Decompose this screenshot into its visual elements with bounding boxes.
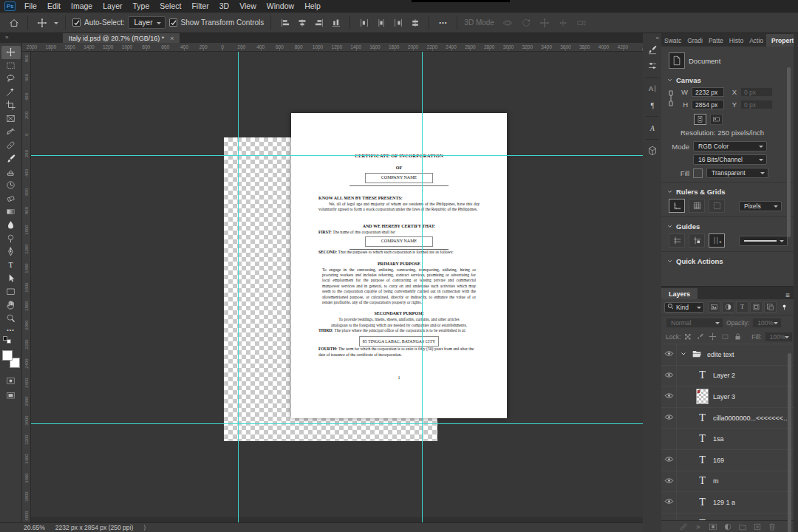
portrait-orientation-button[interactable] (694, 114, 706, 125)
menu-edit[interactable]: Edit (42, 0, 66, 13)
color-swatches[interactable] (1, 349, 21, 369)
visibility-toggle[interactable] (661, 471, 677, 492)
menu-filter[interactable]: Filter (186, 0, 214, 13)
chevron-down-icon[interactable] (681, 350, 686, 358)
layer-name[interactable]: 169 (713, 457, 724, 464)
pen-tool[interactable] (1, 245, 21, 259)
menu-view[interactable]: View (234, 0, 262, 13)
menu-layer[interactable]: Layer (98, 0, 127, 13)
marquee-tool[interactable] (1, 59, 21, 72)
layer-row-129-1-a[interactable]: T129 1 a (661, 492, 794, 514)
menu-type[interactable]: Type (127, 0, 154, 13)
toggle-grid-button[interactable] (689, 199, 705, 213)
layer-row-layer-2[interactable]: TLayer 2 (661, 366, 794, 387)
layers-panel-menu-icon[interactable]: ≡ (785, 291, 790, 299)
guide-style-dropdown[interactable] (739, 236, 788, 246)
opacity-dropdown[interactable]: 100% (752, 318, 782, 328)
dist-center-h-icon[interactable] (374, 16, 388, 29)
filter-kind-dropdown[interactable]: Kind (664, 302, 704, 313)
toggle-guides-button[interactable] (669, 233, 685, 248)
layer-name[interactable]: 1sa (713, 435, 724, 443)
layer-row-m[interactable]: Tm (661, 471, 794, 493)
landscape-orientation-button[interactable] (710, 114, 723, 125)
filter-image-icon[interactable] (708, 301, 720, 313)
gradient-tool[interactable] (1, 205, 21, 219)
guide-vertical[interactable] (422, 52, 423, 522)
dodge-tool[interactable] (1, 232, 21, 245)
units-dropdown[interactable]: Pixels (739, 201, 782, 211)
new-layer-icon[interactable] (752, 522, 763, 532)
rulers-grids-section-header[interactable]: Rulers & Grids (661, 184, 794, 199)
y-input[interactable]: 0 px (740, 100, 773, 109)
path-selection-tool[interactable] (1, 272, 21, 285)
auto-select-target-dropdown[interactable]: Layer (128, 16, 165, 29)
width-input[interactable]: 2232 px (692, 87, 724, 97)
layer-name[interactable]: Layer 2 (713, 372, 735, 379)
height-input[interactable]: 2854 px (692, 100, 724, 109)
toggle-pixel-grid-button[interactable] (709, 199, 725, 213)
chevron-down-icon[interactable] (54, 22, 58, 27)
visibility-toggle[interactable] (661, 366, 677, 386)
filter-pin-icon[interactable] (778, 301, 791, 313)
filter-type-icon[interactable]: T (736, 301, 748, 313)
zoom-level[interactable]: 20.65% (24, 524, 45, 531)
lock-transparency-icon[interactable] (683, 332, 692, 341)
layer-effects-icon[interactable]: fx (693, 522, 703, 532)
status-chevron-icon[interactable]: ⟩ (143, 524, 146, 531)
lock-position-icon[interactable] (709, 332, 717, 341)
layer-name[interactable]: 129 1 a (713, 499, 735, 506)
slide-3d-icon[interactable] (556, 16, 570, 29)
color-mode-dropdown[interactable]: RGB Color (693, 141, 767, 151)
menu-select[interactable]: Select (154, 0, 186, 13)
document-page[interactable]: CERTIFICATE OF INCORPORATION OF COMPANY … (291, 113, 507, 418)
visibility-toggle[interactable] (661, 429, 677, 449)
blend-mode-dropdown[interactable]: Normal (666, 318, 723, 328)
dist-right-icon[interactable] (391, 16, 405, 29)
eyedropper-tool[interactable] (1, 126, 21, 139)
show-transform-checkbox[interactable] (169, 18, 177, 27)
character-panel-icon[interactable]: A (645, 81, 660, 96)
visibility-toggle[interactable] (661, 344, 677, 365)
vertical-ruler[interactable]: 8006004002000200400600800100012001400160… (22, 52, 31, 522)
roll-3d-icon[interactable] (519, 16, 533, 29)
layer-mask-icon[interactable] (708, 522, 718, 532)
foreground-color-swatch[interactable] (2, 350, 13, 361)
hand-tool[interactable] (1, 299, 21, 312)
glyphs-panel-icon[interactable]: A (645, 120, 660, 135)
lock-artboard-icon[interactable] (721, 332, 730, 341)
layer-name[interactable]: Layer 3 (713, 393, 735, 400)
layer-row-cilla0000000-0-d[interactable]: Tcilla0000000...<<<<<<<<0 d (661, 408, 794, 429)
tab-properties[interactable]: Properties (766, 34, 794, 47)
align-right-icon[interactable] (312, 16, 326, 29)
zoom-tool[interactable] (1, 312, 21, 325)
layers-scrollbar[interactable] (788, 353, 791, 532)
canvas-area[interactable]: CERTIFICATE OF INCORPORATION OF COMPANY … (31, 52, 643, 522)
layer-thumbnail[interactable] (696, 389, 709, 404)
object-selection-tool[interactable] (1, 86, 21, 99)
toggle-rulers-button[interactable] (669, 199, 685, 213)
brush-tool[interactable] (1, 152, 21, 166)
frame-tool[interactable] (1, 112, 21, 126)
blur-tool[interactable] (1, 219, 21, 232)
x-input[interactable]: 0 px (740, 87, 773, 97)
menu-file[interactable]: File (19, 0, 42, 13)
guide-vertical[interactable] (238, 52, 239, 522)
layer-row-1sa[interactable]: T1sa (661, 429, 794, 450)
eraser-tool[interactable] (1, 192, 21, 205)
crop-tool[interactable] (1, 99, 21, 112)
horizontal-scrollbar[interactable] (31, 517, 643, 522)
visibility-toggle[interactable] (661, 514, 677, 520)
guides-section-header[interactable]: Guides (661, 219, 794, 233)
default-colors-icon[interactable] (3, 336, 15, 344)
clone-stamp-tool[interactable] (1, 166, 21, 179)
quick-actions-section-header[interactable]: Quick Actions (661, 253, 794, 268)
toolbar-collapse-icon[interactable]: » (5, 34, 8, 41)
layer-name[interactable]: m (713, 477, 719, 485)
filter-adjustment-icon[interactable] (722, 301, 734, 313)
align-center-h-icon[interactable] (295, 16, 309, 29)
visibility-toggle[interactable] (661, 408, 677, 429)
move-tool-preset-icon[interactable] (35, 16, 49, 29)
align-left-icon[interactable] (278, 16, 292, 29)
filter-smart-object-icon[interactable] (764, 301, 777, 313)
layer-row-edite-text[interactable]: edite text (661, 344, 794, 366)
